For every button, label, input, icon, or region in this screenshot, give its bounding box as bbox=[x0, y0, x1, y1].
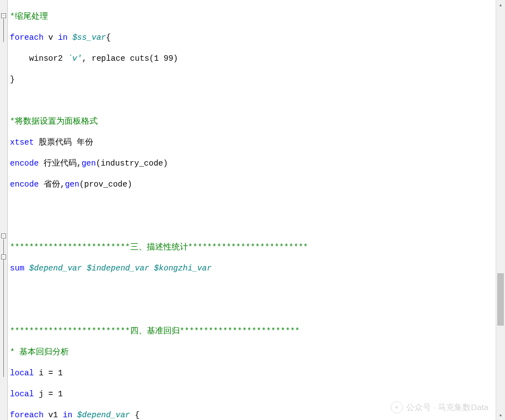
comment-text: *缩尾处理 bbox=[10, 12, 48, 21]
vertical-scrollbar[interactable]: ▴ ▾ bbox=[496, 0, 505, 420]
section-header: *************************四、基准回归*********… bbox=[10, 327, 300, 336]
code-editor: − − − *缩尾处理 foreach v in $ss_var{ winsor… bbox=[0, 0, 505, 420]
scroll-down-icon[interactable]: ▾ bbox=[496, 411, 505, 420]
comment-text: *将数据设置为面板格式 bbox=[10, 117, 98, 126]
scroll-up-icon[interactable]: ▴ bbox=[496, 0, 505, 9]
section-header: *************************三、描述性统计********… bbox=[10, 243, 308, 252]
code-content[interactable]: *缩尾处理 foreach v in $ss_var{ winsor2 `v',… bbox=[8, 0, 496, 420]
scroll-thumb[interactable] bbox=[497, 273, 504, 326]
keyword: foreach bbox=[10, 33, 44, 42]
fold-toggle-icon[interactable]: − bbox=[1, 233, 6, 238]
fold-toggle-icon[interactable]: − bbox=[1, 13, 6, 18]
fold-gutter: − − − bbox=[0, 0, 8, 420]
fold-toggle-icon[interactable]: − bbox=[1, 254, 6, 259]
